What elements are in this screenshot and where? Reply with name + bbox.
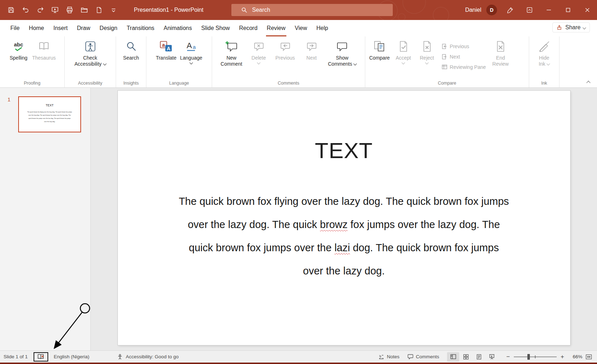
- misspelled-word[interactable]: browz: [320, 219, 347, 230]
- normal-view-button[interactable]: [447, 352, 459, 362]
- previous-comment-button[interactable]: Previous: [274, 39, 297, 62]
- thesaurus-icon: [38, 40, 50, 53]
- slideshow-view-button[interactable]: [486, 352, 498, 362]
- quick-print-button[interactable]: [66, 6, 74, 14]
- accept-change-button[interactable]: Accept: [392, 39, 415, 65]
- zoom-slider-thumb[interactable]: [527, 354, 530, 360]
- tab-insert[interactable]: Insert: [49, 20, 72, 36]
- search-box[interactable]: Search: [231, 4, 393, 16]
- inking-button[interactable]: [501, 0, 520, 20]
- language-icon: A a: [185, 40, 197, 53]
- slide-canvas: TEXT The quick brown fox flying over the…: [91, 88, 597, 350]
- maximize-icon: [565, 7, 571, 13]
- tab-transitions[interactable]: Transitions: [122, 20, 159, 36]
- user-name[interactable]: Daniel: [465, 7, 481, 13]
- smart-lookup-button[interactable]: Search: [119, 39, 143, 62]
- slide-thumbnail[interactable]: TEXT The quick brown fox flying over the…: [18, 96, 81, 132]
- customize-qat-button[interactable]: [110, 6, 117, 14]
- redo-button[interactable]: [36, 6, 44, 14]
- reviewing-pane-button[interactable]: Reviewing Pane: [442, 64, 486, 70]
- group-label-insights: Insights: [116, 81, 146, 87]
- misspelled-word[interactable]: lazi: [335, 242, 350, 253]
- reading-view-button[interactable]: [473, 352, 485, 362]
- compare-button[interactable]: Compare: [367, 39, 392, 62]
- slideshow-icon: [489, 354, 495, 359]
- comments-toggle[interactable]: Comments: [407, 354, 439, 359]
- ribbon-display-options-button[interactable]: [520, 0, 539, 20]
- new-file-button[interactable]: [95, 6, 103, 14]
- zoom-level[interactable]: 66%: [568, 354, 582, 359]
- compare-group: Compare Accept Reject: [365, 36, 529, 87]
- group-label-compare: Compare: [365, 81, 529, 87]
- maximize-button[interactable]: [558, 0, 578, 20]
- hide-ink-button[interactable]: Hide Ink: [532, 39, 556, 68]
- thumbnail-slide-number: 1: [7, 96, 10, 102]
- previous-change-button[interactable]: Previous: [442, 44, 486, 49]
- language-status[interactable]: English (Nigeria): [54, 354, 90, 359]
- tab-slide-show[interactable]: Slide Show: [196, 20, 234, 36]
- tab-help[interactable]: Help: [312, 20, 333, 36]
- slide-thumbnail-panel: 1 TEXT The quick brown fox flying over t…: [0, 88, 91, 350]
- chevron-down-icon: [257, 61, 261, 65]
- delete-comment-button[interactable]: Delete: [247, 39, 271, 65]
- translate-button[interactable]: a A Translate: [154, 39, 178, 62]
- normal-view-icon: [450, 354, 456, 359]
- show-comments-button[interactable]: Show Comments: [326, 39, 358, 68]
- collapse-ribbon-button[interactable]: [586, 80, 591, 84]
- thumbnail-slide-body: The quick brown fox flying over the lazy…: [22, 111, 77, 123]
- document-title: Presentation1 - PowerPoint: [134, 7, 204, 13]
- notes-toggle[interactable]: Notes: [378, 354, 399, 359]
- close-button[interactable]: [578, 0, 597, 20]
- chevron-down-icon: [103, 62, 106, 66]
- quick-access-toolbar: [7, 6, 117, 14]
- undo-icon: [22, 6, 30, 14]
- tab-record[interactable]: Record: [235, 20, 262, 36]
- spellcheck-status-icon: [37, 354, 45, 360]
- tab-draw[interactable]: Draw: [72, 20, 95, 36]
- avatar[interactable]: D: [486, 5, 497, 15]
- open-button[interactable]: [80, 6, 88, 14]
- chevron-up-icon: [586, 81, 590, 85]
- language-button[interactable]: A a Language: [178, 39, 204, 65]
- group-label-accessibility: Accessibility: [65, 81, 116, 87]
- slide-body-text[interactable]: The quick brown fox flying over the lazy…: [139, 190, 549, 283]
- tab-file[interactable]: File: [6, 20, 24, 36]
- end-review-button[interactable]: EndReview: [489, 39, 512, 68]
- zoom-in-button[interactable]: +: [560, 353, 565, 360]
- spelling-button[interactable]: abc Spelling: [7, 39, 30, 62]
- check-accessibility-icon: [85, 40, 96, 53]
- zoom-out-button[interactable]: −: [506, 353, 511, 360]
- zoom-slider[interactable]: [514, 357, 557, 357]
- next-change-button[interactable]: Next: [442, 54, 486, 60]
- share-button[interactable]: Share: [552, 22, 590, 32]
- slide-sorter-view-button[interactable]: [460, 352, 472, 362]
- thesaurus-button[interactable]: Thesaurus: [30, 39, 57, 62]
- slide-title-text[interactable]: TEXT: [118, 138, 570, 163]
- minimize-button[interactable]: [539, 0, 558, 20]
- start-slideshow-button[interactable]: [51, 6, 59, 14]
- accessibility-status[interactable]: Accessibility: Good to go: [117, 354, 179, 360]
- view-switcher: [447, 352, 498, 362]
- window-bottom-edge: [0, 363, 597, 364]
- chevron-down-icon: [189, 61, 193, 65]
- save-button[interactable]: [7, 6, 15, 14]
- tab-design[interactable]: Design: [95, 20, 122, 36]
- tab-view[interactable]: View: [290, 20, 312, 36]
- workspace: 1 TEXT The quick brown fox flying over t…: [0, 88, 597, 350]
- reject-change-button[interactable]: Reject: [415, 39, 439, 65]
- tab-animations[interactable]: Animations: [159, 20, 196, 36]
- slide-sorter-icon: [463, 354, 469, 360]
- spellcheck-status-button[interactable]: [34, 352, 48, 362]
- slide-indicator[interactable]: Slide 1 of 1: [4, 354, 28, 359]
- tab-review[interactable]: Review: [262, 20, 290, 36]
- next-comment-button[interactable]: Next: [300, 39, 323, 62]
- save-icon: [7, 6, 15, 14]
- undo-button[interactable]: [22, 6, 30, 14]
- tab-home[interactable]: Home: [24, 20, 49, 36]
- svg-text:A: A: [187, 41, 192, 50]
- fit-to-window-icon[interactable]: [586, 354, 592, 360]
- check-accessibility-button[interactable]: Check Accessibility: [72, 39, 107, 68]
- reviewing-pane-icon: [442, 64, 447, 70]
- new-comment-button[interactable]: NewComment: [219, 39, 244, 68]
- comments-icon: [407, 354, 413, 359]
